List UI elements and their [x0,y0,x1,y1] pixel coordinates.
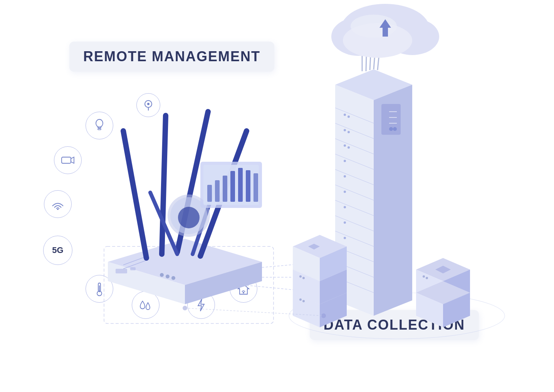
svg-line-99 [162,116,166,254]
svg-rect-110 [215,180,220,202]
scene-svg [0,0,554,392]
main-container: REMOTE MANAGEMENT DATA COLLECTION 5G [0,0,554,392]
svg-point-53 [393,127,397,131]
svg-point-39 [348,131,350,133]
svg-point-46 [344,221,346,224]
svg-point-38 [344,129,346,131]
svg-point-37 [348,116,350,118]
svg-point-93 [160,273,164,277]
svg-point-74 [302,277,305,279]
svg-point-82 [423,275,425,278]
svg-point-68 [299,298,302,301]
svg-point-40 [344,144,346,147]
svg-rect-111 [223,176,227,202]
svg-rect-97 [130,267,136,270]
svg-rect-113 [238,168,243,202]
svg-point-73 [299,275,302,278]
svg-rect-114 [246,170,250,202]
svg-point-69 [302,300,305,302]
svg-line-98 [123,131,146,258]
svg-point-83 [426,277,428,279]
svg-point-44 [344,191,346,193]
svg-point-94 [166,275,170,278]
svg-point-43 [344,175,346,178]
svg-point-45 [344,206,346,208]
svg-point-36 [344,114,346,116]
svg-point-52 [389,127,393,131]
svg-rect-115 [253,173,258,202]
svg-point-106 [178,207,200,228]
svg-rect-96 [116,269,127,273]
svg-point-42 [344,160,346,162]
svg-point-47 [344,237,346,239]
svg-rect-109 [207,185,212,202]
svg-rect-112 [230,171,235,202]
svg-point-41 [348,146,350,149]
svg-point-95 [171,276,175,280]
